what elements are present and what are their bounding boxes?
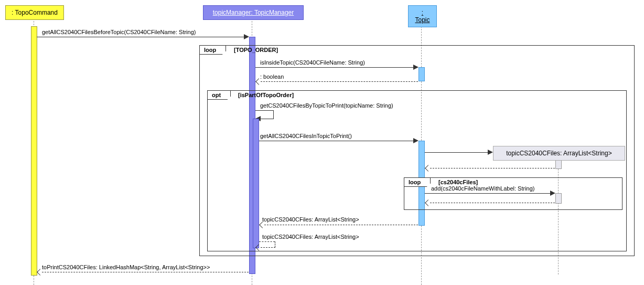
msg-return-8: topicCS2040CFiles: ArrayList<String> [262,234,359,240]
msg-getallfilesintopic: getAllCS2040CFilesInTopicToPrint() [260,133,352,139]
loop-label-2: loop [404,178,431,187]
arrow-head-2 [413,65,418,70]
fragment-loop-files: loop [cs2040cFiles] [404,177,622,210]
topicmanager-activation-self [253,119,259,248]
arrow-head-5 [413,138,418,143]
arrow-4-right [273,110,274,119]
topocommand-header: : TopoCommand [5,5,64,20]
arrow-8-bot [261,247,275,248]
arrow-5 [259,141,414,141]
arrow-create [425,152,489,153]
arrow-7 [264,225,418,225]
arrow-8-top [259,241,275,242]
arrow-head-create [488,150,493,155]
fragment-opt: opt [isPartOfTopoOrder] [207,90,627,251]
arrow-2 [255,67,414,68]
arrow-9 [42,272,249,272]
loop-label-1: loop [200,46,226,55]
topocommand-activation [31,26,37,276]
msg-boolean: : boolean [260,73,284,80]
arraylist-header: topicCS2040CFiles: ArrayList<String> [493,146,625,161]
arrow-8-side [275,241,275,247]
msg-return-7: topicCS2040CFiles: ArrayList<String> [262,216,359,223]
msg-add: add(cs2040cFileNameWithLabel: String) [431,185,534,192]
opt-label: opt [208,91,231,100]
arrow-1 [37,37,245,37]
msg-isinsidetopic: isInsideTopic(CS2040CFileName: String) [260,59,365,66]
msg-getfilesbytopic: getCS2040CFilesByTopicToPrint(topicName:… [260,102,393,109]
arrow-3 [261,81,418,82]
msg-return-9: toPrintCS2040CFiles: LinkedHashMap<Strin… [42,264,210,270]
arrow-6 [425,193,551,194]
arrow-4-top [255,110,274,111]
topicmanager-header: topicManager: TopicManager [203,5,304,20]
loop-guard-2: [cs2040cFiles] [438,179,478,185]
topic-header: : Topic [408,5,437,27]
arrow-create-ret [430,168,555,168]
arrow-4-bot [261,119,274,119]
arrow-6-ret [430,203,555,203]
arrow-head-6 [550,191,555,196]
opt-guard: [isPartOfTopoOrder] [238,92,294,98]
arrow-head-1 [244,34,249,39]
msg-getallfilesbeforetopic: getAllCS2040CFilesBeforeTopic(CS2040CFil… [42,29,196,35]
loop-guard-1: [TOPO_ORDER] [234,47,278,53]
